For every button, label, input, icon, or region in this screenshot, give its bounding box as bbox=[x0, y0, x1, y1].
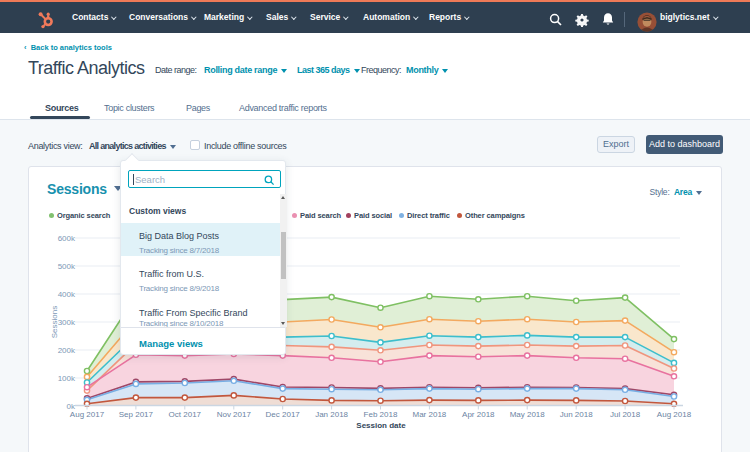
svg-text:Session date: Session date bbox=[356, 421, 406, 430]
svg-text:200k: 200k bbox=[58, 346, 76, 355]
svg-text:Jun 2018: Jun 2018 bbox=[560, 410, 593, 419]
svg-text:May 2018: May 2018 bbox=[510, 410, 546, 419]
svg-text:100k: 100k bbox=[58, 374, 76, 383]
svg-text:Aug 2018: Aug 2018 bbox=[657, 410, 692, 419]
svg-text:Jan 2018: Jan 2018 bbox=[315, 410, 348, 419]
svg-text:Sessions: Sessions bbox=[50, 306, 59, 338]
svg-text:Aug 2017: Aug 2017 bbox=[70, 410, 105, 419]
svg-text:Feb 2018: Feb 2018 bbox=[364, 410, 398, 419]
svg-text:Apr 2018: Apr 2018 bbox=[462, 410, 495, 419]
svg-text:600k: 600k bbox=[58, 234, 76, 243]
svg-text:300k: 300k bbox=[58, 318, 76, 327]
svg-text:Nov 2017: Nov 2017 bbox=[217, 410, 252, 419]
svg-text:Dec 2017: Dec 2017 bbox=[266, 410, 301, 419]
svg-text:Jul 2018: Jul 2018 bbox=[610, 410, 641, 419]
svg-text:400k: 400k bbox=[58, 290, 76, 299]
svg-text:Sep 2017: Sep 2017 bbox=[119, 410, 154, 419]
svg-text:500k: 500k bbox=[58, 262, 76, 271]
svg-text:Oct 2017: Oct 2017 bbox=[169, 410, 202, 419]
svg-text:Mar 2018: Mar 2018 bbox=[413, 410, 447, 419]
